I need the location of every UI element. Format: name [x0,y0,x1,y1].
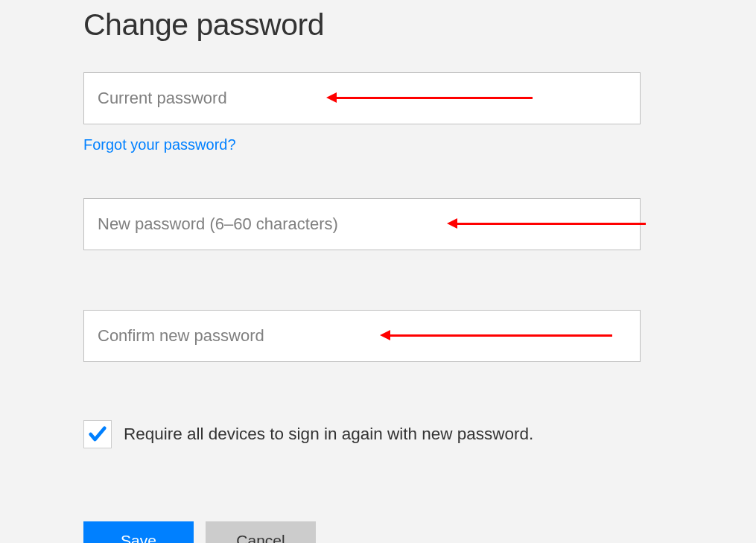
require-signin-label: Require all devices to sign in again wit… [124,425,533,444]
new-password-group [83,198,673,250]
require-signin-checkbox[interactable] [83,420,112,448]
forgot-password-link[interactable]: Forgot your password? [83,136,236,153]
cancel-button[interactable]: Cancel [206,521,316,543]
confirm-password-group [83,310,673,362]
require-signin-row: Require all devices to sign in again wit… [83,420,673,448]
page-title: Change password [83,7,673,42]
save-button[interactable]: Save [83,521,194,543]
button-row: Save Cancel [83,521,673,543]
new-password-input[interactable] [83,198,641,250]
check-icon [87,424,108,445]
confirm-password-input[interactable] [83,310,641,362]
current-password-group [83,72,673,124]
current-password-input[interactable] [83,72,641,124]
